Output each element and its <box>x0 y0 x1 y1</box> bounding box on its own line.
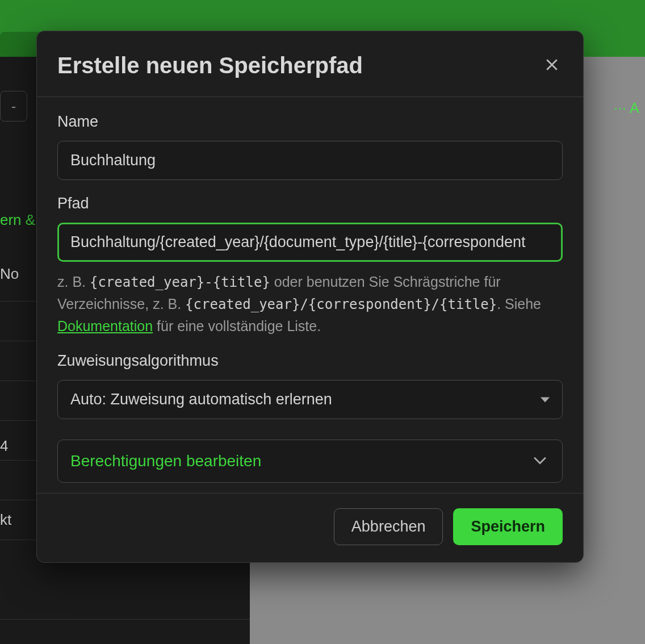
save-button[interactable]: Speichern <box>453 508 563 545</box>
create-storage-path-dialog: Erstelle neuen Speicherpfad Name Pfad z.… <box>36 31 584 563</box>
cancel-button[interactable]: Abbrechen <box>334 508 443 545</box>
help-code-example-2: {created_year}/{correspondent}/{title} <box>185 296 497 312</box>
close-icon <box>543 65 560 75</box>
name-label: Name <box>57 113 563 131</box>
help-code-example-1: {created_year}-{title} <box>90 274 270 290</box>
name-input[interactable] <box>57 141 563 180</box>
background-row <box>0 619 250 644</box>
close-button[interactable] <box>541 54 563 78</box>
background-side-text: kt <box>0 511 11 529</box>
algorithm-label: Zuweisungsalgorithmus <box>57 352 563 370</box>
dialog-footer: Abbrechen Speichern <box>37 493 583 562</box>
dialog-header: Erstelle neuen Speicherpfad <box>37 31 583 97</box>
edit-permissions-label: Berechtigungen bearbeiten <box>70 452 261 470</box>
algorithm-select[interactable]: Auto: Zuweisung automatisch erlernen <box>57 380 563 419</box>
edit-permissions-toggle[interactable]: Berechtigungen bearbeiten <box>57 440 563 483</box>
path-label: Pfad <box>57 195 563 212</box>
algorithm-selected-value: Auto: Zuweisung automatisch erlernen <box>70 391 332 408</box>
background-toolbar-actions: ··· A <box>608 88 645 128</box>
caret-down-icon <box>541 397 550 402</box>
background-side-link: ern & <box>0 211 35 229</box>
background-toolbar-button: - <box>0 91 27 122</box>
path-help-text: z. B. {created_year}-{title} oder benutz… <box>57 271 563 337</box>
path-input[interactable] <box>57 223 563 262</box>
background-side-text: 4 <box>0 437 8 455</box>
chevron-down-icon <box>530 450 550 472</box>
background-side-text: No <box>0 265 19 283</box>
documentation-link[interactable]: Dokumentation <box>57 318 153 334</box>
dialog-title: Erstelle neuen Speicherpfad <box>57 53 363 78</box>
dialog-body: Name Pfad z. B. {created_year}-{title} o… <box>37 97 583 493</box>
